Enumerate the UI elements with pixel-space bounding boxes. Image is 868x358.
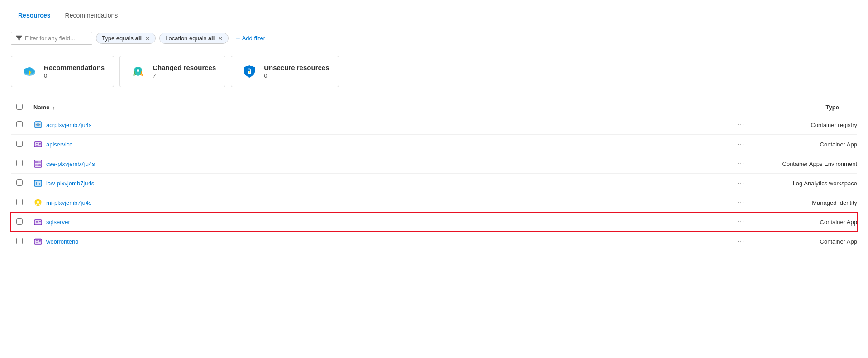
resource-name-cell: apiservice (28, 135, 327, 154)
select-all-checkbox[interactable] (16, 104, 23, 110)
svg-point-43 (39, 240, 41, 242)
row-checkbox[interactable] (16, 160, 23, 166)
row-checkbox[interactable] (16, 179, 23, 186)
resource-link[interactable]: cae-plxvjemb7ju4s (33, 159, 321, 168)
resource-type-cell: ··· Log Analytics workspace (327, 174, 857, 193)
svg-point-33 (37, 201, 39, 203)
table-row: apiservice ··· Container App (11, 135, 857, 154)
filter-placeholder: Filter for any field... (25, 35, 75, 42)
resource-link[interactable]: mi-plxvjemb7ju4s (33, 198, 321, 207)
sort-arrow: ↑ (52, 105, 55, 110)
unsecure-resources-card-title: Unsecure resources (264, 64, 329, 71)
filter-input[interactable]: Filter for any field... (11, 32, 92, 45)
unsecure-resources-card-count: 0 (264, 72, 329, 79)
resource-name: webfrontend (46, 238, 79, 245)
resource-name-cell: law-plxvjemb7ju4s (28, 174, 327, 193)
resource-type: Container App (758, 219, 857, 226)
resource-icon (33, 237, 43, 246)
row-checkbox-cell (11, 135, 28, 154)
table-row: acrplxvjemb7ju4s ··· Container registry (11, 115, 857, 135)
svg-rect-34 (34, 220, 42, 225)
resource-icon (33, 217, 43, 226)
svg-rect-17 (34, 142, 42, 147)
type-filter-label: Type equals all (102, 35, 142, 42)
row-checkbox[interactable] (16, 121, 23, 127)
recommendations-card-count: 0 (44, 72, 105, 79)
recommendations-card-title: Recommendations (44, 64, 105, 71)
select-all-header (11, 100, 28, 115)
changed-resources-card-icon (129, 62, 147, 80)
tab-resources[interactable]: Resources (11, 7, 58, 24)
main-container: Resources Recommendations Filter for any… (0, 0, 868, 259)
svg-point-8 (133, 74, 135, 76)
row-more-options[interactable]: ··· (734, 120, 749, 130)
row-checkbox[interactable] (16, 238, 23, 244)
row-checkbox[interactable] (16, 141, 23, 147)
resource-name: apiservice (46, 141, 73, 148)
row-checkbox[interactable] (16, 218, 23, 225)
resource-name-cell: cae-plxvjemb7ju4s (28, 154, 327, 174)
svg-point-38 (39, 221, 41, 222)
row-more-options[interactable]: ··· (734, 217, 749, 227)
type-filter-close[interactable]: ✕ (145, 35, 150, 42)
svg-point-9 (141, 74, 143, 76)
type-filter-chip[interactable]: Type equals all ✕ (96, 33, 156, 44)
location-filter-label: Location equals all (165, 35, 215, 42)
row-checkbox-cell (11, 193, 28, 212)
location-filter-chip[interactable]: Location equals all ✕ (159, 33, 229, 44)
svg-rect-19 (36, 143, 38, 144)
resource-type-cell: ··· Container App (327, 212, 857, 232)
add-filter-button[interactable]: + Add filter (232, 33, 269, 44)
row-more-options[interactable]: ··· (734, 198, 749, 207)
svg-point-7 (137, 69, 139, 72)
svg-rect-39 (34, 239, 42, 244)
svg-rect-20 (36, 145, 38, 146)
recommendations-card[interactable]: Recommendations 0 (11, 56, 114, 87)
resource-name-cell: mi-plxvjemb7ju4s (28, 193, 327, 212)
resource-name-cell: acrplxvjemb7ju4s (28, 115, 327, 135)
resource-type: Managed Identity (758, 199, 857, 206)
name-column-header[interactable]: Name ↑ (28, 100, 327, 115)
resource-name-cell: webfrontend (28, 232, 327, 251)
row-checkbox-cell (11, 154, 28, 174)
changed-resources-card[interactable]: Changed resources 7 (119, 56, 225, 87)
resource-link[interactable]: apiservice (33, 140, 321, 149)
svg-rect-26 (35, 164, 38, 166)
changed-resources-card-text: Changed resources 7 (153, 64, 216, 79)
row-more-options[interactable]: ··· (734, 236, 749, 246)
svg-rect-32 (39, 183, 40, 185)
resource-type: Container App (758, 141, 857, 148)
tab-recommendations[interactable]: Recommendations (58, 7, 125, 24)
resource-name: law-plxvjemb7ju4s (46, 180, 94, 187)
resource-type-cell: ··· Container registry (327, 115, 857, 135)
row-checkbox-cell (11, 115, 28, 135)
row-more-options[interactable]: ··· (734, 178, 749, 188)
unsecure-resources-card-text: Unsecure resources 0 (264, 64, 329, 79)
resource-name: mi-plxvjemb7ju4s (46, 199, 91, 206)
resource-type-cell: ··· Container Apps Environment (327, 154, 857, 174)
resource-type: Container registry (758, 122, 857, 128)
svg-rect-25 (38, 161, 41, 163)
resource-type: Container Apps Environment (758, 160, 857, 167)
svg-point-21 (39, 143, 41, 145)
resource-link[interactable]: law-plxvjemb7ju4s (33, 179, 321, 188)
svg-rect-27 (38, 164, 41, 166)
resource-link[interactable]: sqlserver (33, 217, 321, 226)
resource-type-cell: ··· Container App (327, 232, 857, 251)
resource-link[interactable]: acrplxvjemb7ju4s (33, 120, 321, 129)
resource-link[interactable]: webfrontend (33, 237, 321, 246)
resource-table: Name ↑ Type acrplxv (11, 100, 857, 251)
row-more-options[interactable]: ··· (734, 139, 749, 149)
unsecure-resources-card[interactable]: Unsecure resources 0 (231, 56, 339, 87)
svg-rect-36 (36, 221, 38, 222)
changed-resources-card-title: Changed resources (153, 64, 216, 71)
resource-name: cae-plxvjemb7ju4s (46, 160, 95, 167)
svg-rect-41 (36, 240, 38, 241)
table-row: sqlserver ··· Container App (11, 212, 857, 232)
row-checkbox[interactable] (16, 199, 23, 205)
location-filter-close[interactable]: ✕ (218, 35, 223, 42)
row-more-options[interactable]: ··· (734, 159, 749, 169)
row-checkbox-cell (11, 232, 28, 251)
svg-point-14 (37, 123, 39, 126)
svg-rect-37 (36, 222, 38, 223)
